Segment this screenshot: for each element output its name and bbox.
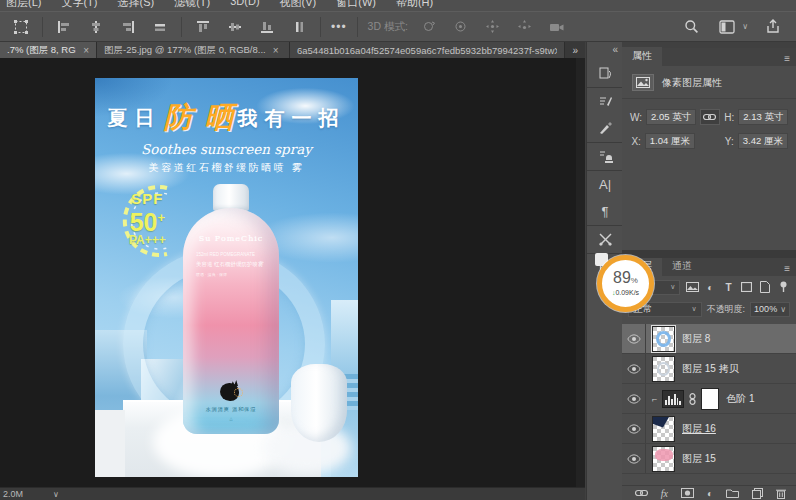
search-icon[interactable] [680, 17, 702, 37]
share-icon[interactable] [762, 17, 784, 37]
filter-type-layers-icon[interactable]: T [722, 280, 735, 294]
layer-comps-icon[interactable] [587, 60, 623, 87]
levels-thumbnail[interactable] [662, 390, 684, 408]
more-options-icon[interactable]: ••• [331, 20, 347, 34]
x-field[interactable]: 1.04 厘米 [645, 133, 695, 149]
adjustment-layer-row[interactable]: ⌐ 色阶 1 [622, 384, 796, 414]
document-tab-3[interactable]: 6a54481b016a04f52574e059a6c7fedb5932bb79… [290, 42, 565, 58]
visibility-eye-icon[interactable] [622, 384, 646, 413]
measure-tools-icon[interactable] [587, 226, 623, 253]
menu-item-type[interactable]: 文字(T) [61, 0, 97, 10]
document-tab-bar: .7% (图层 8, RGB/8) * × 图层-25.jpg @ 177% (… [0, 42, 585, 58]
character-panel-icon[interactable]: A| [587, 171, 623, 198]
filter-adjustment-layers-icon[interactable]: ◐ [704, 280, 717, 294]
distribute-vertical-icon[interactable] [288, 17, 310, 37]
progress-percent: 89 [613, 269, 631, 286]
delete-layer-icon[interactable] [776, 488, 786, 499]
layer-style-fx-icon[interactable]: fx [661, 488, 668, 499]
new-adjustment-layer-icon[interactable]: ◐ [707, 488, 713, 499]
layer-thumbnail[interactable] [652, 416, 675, 442]
brush-settings-icon[interactable] [587, 88, 623, 115]
3d-camera-icon[interactable] [546, 17, 568, 37]
mask-link-icon[interactable] [689, 393, 696, 405]
new-layer-icon[interactable] [752, 488, 763, 499]
new-group-icon[interactable] [726, 488, 739, 498]
poster-document[interactable]: 夏日 防 晒 我有一招 Soothes sunscreen spray 美容道红… [95, 78, 358, 477]
document-tab-2[interactable]: 图层-25.jpg @ 177% (图层 0, RGB/8... × [97, 42, 290, 58]
tab-label: .7% (图层 8, RGB/8) * [7, 44, 76, 57]
layer-mask-thumbnail[interactable] [701, 388, 719, 410]
align-left-edges-icon[interactable] [53, 17, 75, 37]
panel-menu-icon[interactable]: ≡ [778, 53, 796, 66]
chevron-down-icon[interactable]: ∨ [742, 22, 748, 31]
3d-orbit-icon[interactable] [418, 17, 440, 37]
close-icon[interactable]: × [273, 45, 279, 56]
paragraph-panel-icon[interactable]: ¶ [587, 198, 623, 225]
layer-thumbnail[interactable] [652, 326, 675, 352]
layer-row-partial[interactable]: 图层 15 [622, 444, 796, 474]
link-layers-icon[interactable] [635, 489, 648, 497]
align-right-edges-icon[interactable] [117, 17, 139, 37]
status-chevron-icon[interactable]: ∨ [53, 490, 59, 499]
add-mask-icon[interactable] [681, 488, 694, 498]
layer-thumbnail[interactable] [652, 446, 675, 472]
opacity-field[interactable]: 100%∨ [750, 302, 790, 317]
download-progress-badge[interactable]: 89% ↓0.09K/s [597, 255, 654, 312]
align-horizontal-centers-icon[interactable] [85, 17, 107, 37]
layers-bottom-bar: fx ◐ [622, 485, 796, 500]
status-bar: 2.0M ∨ [0, 487, 585, 500]
layer-name[interactable]: 图层 15 [682, 452, 716, 466]
y-field[interactable]: 3.42 厘米 [738, 133, 788, 149]
brushes-icon[interactable] [587, 115, 623, 142]
visibility-eye-icon[interactable] [622, 444, 646, 473]
layer-row[interactable]: 图层 15 拷贝 [622, 354, 796, 384]
layer-row-selected[interactable]: 图层 8 [622, 324, 796, 354]
menu-item-layer[interactable]: 图层(L) [6, 0, 41, 10]
visibility-eye-icon[interactable] [622, 354, 646, 383]
layer-row[interactable]: 图层 16 [622, 414, 796, 444]
menu-item-view[interactable]: 视图(V) [280, 0, 317, 10]
collapse-panels-icon[interactable]: « [612, 44, 618, 55]
link-dimensions-icon[interactable] [700, 109, 720, 125]
menu-item-help[interactable]: 帮助(H) [396, 0, 433, 10]
visibility-eye-icon[interactable] [622, 324, 646, 353]
3d-roll-icon[interactable] [450, 17, 472, 37]
layer-name[interactable]: 图层 8 [682, 332, 710, 346]
panel-menu-icon[interactable]: ≡ [778, 263, 796, 276]
3d-mode-label: 3D 模式: [368, 20, 408, 34]
layer-name[interactable]: 色阶 1 [726, 392, 754, 406]
workspace-switcher-icon[interactable] [716, 17, 738, 37]
filter-smart-objects-icon[interactable] [759, 280, 772, 294]
width-field[interactable]: 2.05 英寸 [646, 109, 696, 125]
clone-source-icon[interactable] [587, 143, 623, 170]
filter-pin-icon[interactable] [777, 280, 790, 294]
align-top-edges-icon[interactable] [192, 17, 214, 37]
3d-slide-icon[interactable] [514, 17, 536, 37]
align-vertical-centers-icon[interactable] [224, 17, 246, 37]
properties-header: 像素图层属性 [662, 76, 722, 90]
filter-pixel-layers-icon[interactable] [685, 280, 698, 294]
align-bottom-edges-icon[interactable] [256, 17, 278, 37]
tab-properties[interactable]: 属性 [622, 47, 662, 66]
spf-plus: + [158, 210, 166, 225]
layer-thumbnail[interactable] [652, 356, 675, 382]
layer-name[interactable]: 图层 15 拷贝 [682, 362, 739, 376]
layer-name[interactable]: 图层 16 [682, 422, 716, 436]
opacity-label: 不透明度: [707, 303, 746, 316]
menu-item-filter[interactable]: 滤镜(T) [174, 0, 210, 10]
poster-title-post: 我有一招 [238, 105, 346, 132]
pa-label: PA+++ [129, 233, 166, 247]
transform-controls-icon[interactable] [10, 17, 32, 37]
height-field[interactable]: 2.13 英寸 [738, 109, 788, 125]
3d-pan-icon[interactable] [482, 17, 504, 37]
menu-item-select[interactable]: 选择(S) [118, 0, 155, 10]
visibility-eye-icon[interactable] [622, 414, 646, 443]
distribute-horizontal-icon[interactable] [149, 17, 171, 37]
close-icon[interactable]: × [83, 45, 89, 56]
tab-channels[interactable]: 通道 [662, 258, 702, 276]
filter-shape-layers-icon[interactable] [740, 280, 753, 294]
document-tab-active[interactable]: .7% (图层 8, RGB/8) * × [0, 42, 97, 58]
tab-overflow-icon[interactable]: » [565, 42, 585, 58]
menu-item-3d[interactable]: 3D(D) [230, 0, 259, 10]
menu-item-window[interactable]: 窗口(W) [336, 0, 376, 10]
